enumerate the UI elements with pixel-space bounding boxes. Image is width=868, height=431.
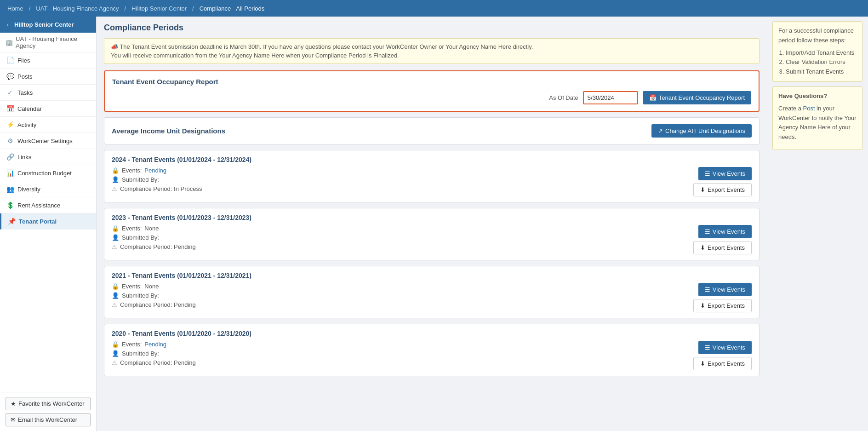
events-actions: ☰ View Events ⬇ Export Events [693,283,752,312]
download-icon: ⬇ [700,244,705,251]
sidebar-item-links[interactable]: 🔗 Links [0,149,96,165]
submitted-by-row: 👤 Submitted By: [112,350,693,357]
sidebar-item-construction-budget[interactable]: 📊 Construction Budget [0,165,96,181]
list-icon: ☰ [705,228,710,235]
events-body: 🔒 Events: None 👤 Submitted By: ⚠ Complia… [112,283,752,312]
lock-icon: 🔒 [112,167,119,174]
events-section-2021: 2021 - Tenant Events (01/01/2021 - 12/31… [104,266,760,318]
org-icon: 🏢 [6,39,13,46]
export-events-button[interactable]: ⬇ Export Events [693,357,752,370]
questions-info-box: Have Questions? Create a Post in your Wo… [772,86,862,150]
events-section-2024: 2024 - Tenant Events (01/01/2024 - 12/31… [104,150,760,202]
export-events-button[interactable]: ⬇ Export Events [693,241,752,254]
posts-icon: 💬 [6,73,14,80]
calendar-icon: 📅 [6,105,14,112]
sidebar-item-label: Posts [17,73,33,80]
sidebar-item-calendar[interactable]: 📅 Calendar [0,101,96,117]
steps-info-box: For a successful compliance period follo… [772,21,862,82]
events-status-link[interactable]: Pending [144,341,166,348]
events-info: 🔒 Events: None 👤 Submitted By: ⚠ Complia… [112,283,693,308]
sidebar-item-label: WorkCenter Settings [17,138,73,144]
nav-home[interactable]: Home [7,5,23,12]
alert-line-1: 📣 The Tenant Event submission deadline i… [111,43,753,50]
warning-icon: ⚠ [112,359,117,366]
settings-icon: ⚙ [6,137,14,144]
export-events-label: Export Events [708,244,745,251]
nav-agency[interactable]: UAT - Housing Finance Agency [36,5,119,12]
warning-icon: ⚠ [112,185,117,192]
occupancy-report-card: Tenant Event Occupancy Report As Of Date… [104,70,760,112]
sidebar-org: 🏢 UAT - Housing Finance Agency [0,33,96,52]
tenant-portal-icon: 📌 [8,218,15,225]
sidebar-item-workcenter-settings[interactable]: ⚙ WorkCenter Settings [0,133,96,149]
list-icon: ☰ [705,344,710,351]
tenant-event-occupancy-report-button[interactable]: 📅 Tenant Event Occupancy Report [643,91,751,104]
post-link[interactable]: Post [803,105,815,112]
sidebar-item-diversity[interactable]: 👥 Diversity [0,181,96,197]
sidebar-org-label: UAT - Housing Finance Agency [16,35,91,49]
nav-current: Compliance - All Periods [200,5,265,12]
top-nav: Home / UAT - Housing Finance Agency / Hi… [0,0,868,17]
nav-center[interactable]: Hilltop Senior Center [131,5,187,12]
export-events-button[interactable]: ⬇ Export Events [693,183,752,196]
export-events-label: Export Events [708,302,745,309]
events-year-title: 2024 - Tenant Events (01/01/2024 - 12/31… [112,156,752,163]
events-status-value: None [144,225,159,232]
as-of-date-input[interactable] [583,91,638,104]
view-events-button[interactable]: ☰ View Events [698,341,752,354]
events-status-row: 🔒 Events: Pending [112,167,693,174]
download-icon: ⬇ [700,360,705,367]
main-content: Compliance Periods 📣 The Tenant Event su… [97,17,767,431]
sidebar-item-files[interactable]: 📄 Files [0,52,96,69]
view-events-button[interactable]: ☰ View Events [698,167,752,180]
sidebar-item-posts[interactable]: 💬 Posts [0,69,96,85]
events-body: 🔒 Events: Pending 👤 Submitted By: ⚠ Comp… [112,167,752,196]
export-events-label: Export Events [708,360,745,367]
sidebar-item-label: Activity [17,121,36,128]
ait-header: Average Income Unit Designations ↗ Chang… [112,124,752,138]
sidebar-item-tenant-portal[interactable]: 📌 Tenant Portal [0,213,96,230]
calendar-btn-icon: 📅 [649,94,657,101]
events-info: 🔒 Events: Pending 👤 Submitted By: ⚠ Comp… [112,167,693,192]
download-icon: ⬇ [700,186,705,193]
warning-icon: ⚠ [112,301,117,308]
events-body: 🔒 Events: None 👤 Submitted By: ⚠ Complia… [112,225,752,254]
sidebar-title: Hilltop Senior Center [14,21,74,28]
favorite-workcenter-button[interactable]: ★ Favorite this WorkCenter [6,397,91,410]
sidebar-item-rent-assistance[interactable]: 💲 Rent Assistance [0,197,96,213]
email-workcenter-button[interactable]: ✉ Email this WorkCenter [6,413,91,426]
sidebar-item-label: Calendar [17,105,42,112]
right-sidebar: For a successful compliance period follo… [767,17,868,431]
email-icon: ✉ [11,416,16,423]
sidebar-item-activity[interactable]: ⚡ Activity [0,117,96,133]
events-section-2023: 2023 - Tenant Events (01/01/2023 - 12/31… [104,208,760,260]
sidebar-footer: ★ Favorite this WorkCenter ✉ Email this … [0,392,96,431]
sidebar-item-label: Tenant Portal [19,218,57,225]
events-status-value: None [144,283,159,290]
rent-icon: 💲 [6,201,14,209]
warning-icon: ⚠ [112,243,117,250]
view-events-button[interactable]: ☰ View Events [698,225,752,238]
user-icon: 👤 [112,350,119,357]
alert-line-2: You will receive communication from the … [111,52,753,59]
events-actions: ☰ View Events ⬇ Export Events [693,167,752,196]
events-year-title: 2021 - Tenant Events (01/01/2021 - 12/31… [112,272,752,279]
sidebar-item-tasks[interactable]: ✓ Tasks [0,85,96,101]
events-status-link[interactable]: Pending [144,167,166,174]
sidebar-item-label: Tasks [17,89,33,96]
list-icon: ☰ [705,286,710,293]
export-events-button[interactable]: ⬇ Export Events [693,299,752,312]
compliance-period-row: ⚠ Compliance Period: Pending [112,301,693,308]
change-ait-button[interactable]: ↗ Change AIT Unit Designations [651,124,752,138]
user-icon: 👤 [112,234,119,241]
back-arrow-icon: ← [6,21,11,28]
change-ait-label: Change AIT Unit Designations [665,127,745,134]
lock-icon: 🔒 [112,341,119,348]
occupancy-report-title: Tenant Event Occupancy Report [112,78,751,86]
view-events-button[interactable]: ☰ View Events [698,283,752,296]
events-body: 🔒 Events: Pending 👤 Submitted By: ⚠ Comp… [112,341,752,370]
events-status-row: 🔒 Events: None [112,225,693,232]
step-1: Import/Add Tenant Events [786,48,857,58]
lock-icon: 🔒 [112,225,119,232]
lock-icon: 🔒 [112,283,119,290]
